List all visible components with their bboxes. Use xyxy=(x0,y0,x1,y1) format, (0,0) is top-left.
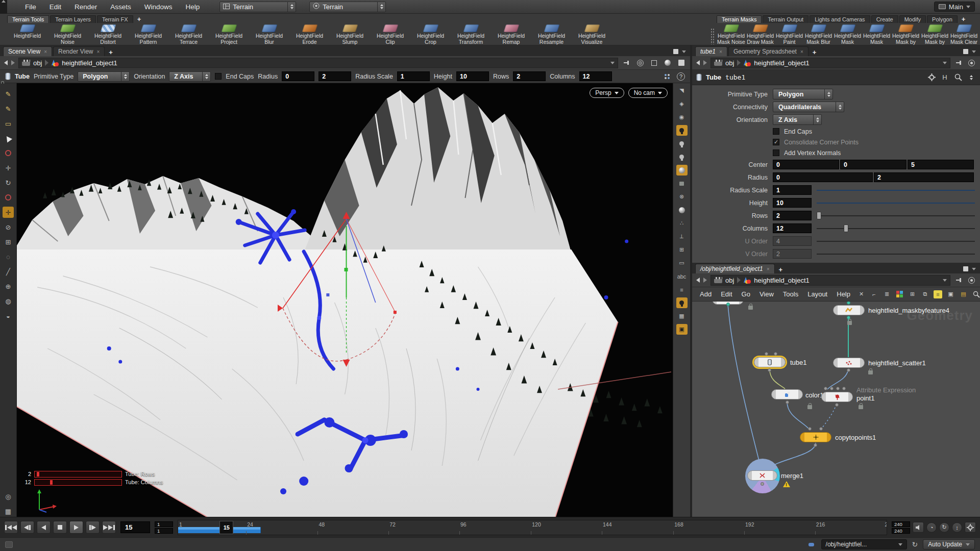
add-shelf-tab-button[interactable]: + xyxy=(959,15,969,23)
shelf-tool-hf-crop[interactable]: HeightFieldCrop xyxy=(410,24,451,45)
path-history-icon[interactable] xyxy=(610,62,615,64)
recook-icon[interactable]: ↻ xyxy=(912,540,918,548)
combo-spinner-icon[interactable] xyxy=(813,115,821,124)
node-input-dot[interactable] xyxy=(824,387,827,390)
wireframe-cube-icon[interactable] xyxy=(649,59,658,67)
shelf-tool-hf-remap[interactable]: HeightFieldRemap xyxy=(491,24,531,45)
node-color1[interactable] xyxy=(771,389,803,399)
color-palette-icon[interactable] xyxy=(895,290,904,298)
net-menu-view[interactable]: View xyxy=(755,290,778,298)
presets-icon[interactable]: H xyxy=(940,73,949,82)
display-points-icon[interactable]: ∴ xyxy=(676,218,688,229)
snap-grid-icon[interactable]: ⊞ xyxy=(3,236,14,247)
jump-end-button[interactable] xyxy=(102,521,116,534)
next-frame-button[interactable] xyxy=(86,521,100,534)
breadcrumb-node[interactable]: heightfield_object1 xyxy=(62,59,117,67)
end-caps-checkbox[interactable] xyxy=(215,73,222,80)
node-heightfield-maskbyfeature4[interactable] xyxy=(833,305,865,315)
viewport-snapshot-icon[interactable]: ◎ xyxy=(3,491,14,502)
gallery-box-icon[interactable]: ▤ xyxy=(959,290,968,298)
message-log-icon[interactable] xyxy=(5,541,13,548)
shading-mode-icon[interactable] xyxy=(663,59,672,67)
radius-1-field[interactable]: 2 xyxy=(318,71,351,81)
menu-edit[interactable]: Edit xyxy=(43,3,68,11)
columns-field[interactable]: 12 xyxy=(773,223,812,233)
new-pane-tab-button[interactable]: + xyxy=(810,48,820,56)
breadcrumb-root[interactable]: obj xyxy=(33,59,42,67)
shelf-tab-terrain-masks[interactable]: Terrain Masks xyxy=(717,15,762,23)
shelf-tab-terrain-layers[interactable]: Terrain Layers xyxy=(50,15,96,23)
combo-spinner-icon[interactable] xyxy=(202,72,210,81)
node-input-dot[interactable] xyxy=(819,427,823,431)
tab-geometry-spreadsheet[interactable]: Geometry Spreadsheet × xyxy=(728,46,808,56)
close-icon[interactable]: × xyxy=(800,49,803,55)
shelf-tool-hf-distort[interactable]: HeightFieldDistort xyxy=(88,24,128,45)
net-menu-add[interactable]: Add xyxy=(695,290,716,298)
menu-file[interactable]: File xyxy=(18,3,43,11)
perspective-selector[interactable]: Persp xyxy=(590,88,624,98)
viewport-memory-icon[interactable]: ▦ xyxy=(3,506,14,517)
hud-columns-slider[interactable] xyxy=(34,479,122,486)
pane-expand-icon[interactable]: ◥ xyxy=(676,85,688,96)
follow-selection-icon[interactable] xyxy=(635,59,645,67)
help-icon[interactable]: ? xyxy=(677,72,685,81)
pin-icon[interactable] xyxy=(622,59,631,67)
breadcrumb-node[interactable]: heightfield_object1 xyxy=(754,59,809,67)
loop-mode-icon[interactable]: ↻ xyxy=(939,522,949,533)
shelf-set-selector[interactable]: Terrain xyxy=(219,2,296,12)
flipbook-icon[interactable]: ▦ xyxy=(676,311,688,321)
net-menu-help[interactable]: Help xyxy=(832,290,855,298)
shelf-tab-terrain-tools[interactable]: Terrain Tools xyxy=(7,15,49,23)
shelf-tab-create[interactable]: Create xyxy=(871,15,898,23)
node-info-icon[interactable] xyxy=(807,540,816,548)
thumbnails-icon[interactable]: ⊞ xyxy=(908,290,917,298)
node-output-dot[interactable] xyxy=(768,368,771,372)
columns-slider[interactable] xyxy=(817,223,975,233)
node-input-dot[interactable] xyxy=(836,387,840,390)
audio-icon[interactable] xyxy=(913,522,924,533)
combo-spinner-icon[interactable] xyxy=(836,102,844,112)
update-mode-selector[interactable]: Auto Update xyxy=(923,539,975,549)
snapshot-icon[interactable] xyxy=(677,59,686,67)
shelf-divider-grip[interactable] xyxy=(710,28,715,44)
jump-start-button[interactable] xyxy=(4,521,18,534)
menu-windows[interactable]: Windows xyxy=(138,3,179,11)
group-list-icon[interactable]: ≡ xyxy=(676,284,688,295)
radial-menu-selector[interactable]: Terrain xyxy=(309,2,386,12)
shelf-tab-terrain-output[interactable]: Terrain Output xyxy=(763,15,808,23)
frame-step-icon[interactable]: ↕ xyxy=(952,522,962,533)
height-field[interactable]: 10 xyxy=(773,198,812,208)
net-menu-tools[interactable]: Tools xyxy=(778,290,803,298)
shelf-tool-hf-erode[interactable]: HeightFieldErode xyxy=(289,24,330,45)
menu-help[interactable]: Help xyxy=(179,3,207,11)
menu-assets[interactable]: Assets xyxy=(104,3,138,11)
tab-tube1[interactable]: tube1 × xyxy=(695,46,727,56)
search-icon[interactable] xyxy=(953,73,963,82)
forward-button[interactable] xyxy=(11,60,15,65)
shelf-tool-hf-slump[interactable]: HeightFieldSlump xyxy=(330,24,370,45)
headlight-icon[interactable] xyxy=(676,125,688,136)
shelf-tool-hf-project[interactable]: HeightFieldProject xyxy=(209,24,249,45)
node-output-dot[interactable] xyxy=(814,443,817,447)
pane-maximize-icon[interactable] xyxy=(963,266,968,271)
node-output-dot[interactable] xyxy=(726,303,730,306)
tab-render-view[interactable]: Render View × xyxy=(53,46,105,56)
display-grid-icon[interactable]: ⊞ xyxy=(676,244,688,255)
tree-view-icon[interactable]: ⌐ xyxy=(870,290,878,298)
pane-maximize-icon[interactable] xyxy=(963,49,968,54)
node-input-dot[interactable] xyxy=(808,427,812,431)
play-reverse-button[interactable] xyxy=(37,521,51,534)
consolidate-checkbox[interactable]: ✓ xyxy=(773,139,779,145)
breadcrumb-root[interactable]: obj xyxy=(725,59,734,67)
shelf-tool-hf-transform[interactable]: HeightFieldTransform xyxy=(451,24,491,45)
play-button[interactable] xyxy=(69,521,83,534)
smooth-shading-icon[interactable] xyxy=(676,165,688,176)
net-menu-go[interactable]: Go xyxy=(737,290,755,298)
playbar-options-gear-icon[interactable] xyxy=(965,522,976,533)
background-image-icon[interactable]: ▣ xyxy=(946,290,955,298)
path-history-icon[interactable] xyxy=(943,279,947,282)
shelf-set-spinner[interactable] xyxy=(287,2,296,12)
close-icon[interactable]: × xyxy=(44,49,47,55)
back-button[interactable] xyxy=(696,278,700,283)
playback-start-field[interactable]: 1 xyxy=(155,528,173,534)
